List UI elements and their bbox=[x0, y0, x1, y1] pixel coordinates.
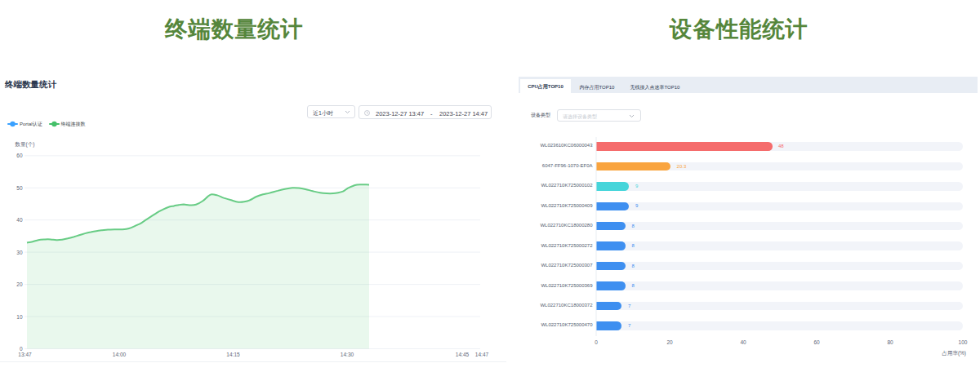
svg-text:14:47: 14:47 bbox=[475, 352, 489, 357]
svg-text:60: 60 bbox=[16, 153, 23, 158]
svg-text:占用率(%): 占用率(%) bbox=[942, 350, 966, 356]
svg-text:20: 20 bbox=[666, 339, 673, 345]
svg-text:13:47: 13:47 bbox=[18, 352, 32, 357]
svg-text:40: 40 bbox=[740, 339, 746, 345]
svg-text:40: 40 bbox=[16, 217, 23, 223]
svg-text:终端连接数: 终端连接数 bbox=[61, 121, 86, 127]
svg-text:Portal认证: Portal认证 bbox=[20, 122, 42, 126]
svg-text:14:00: 14:00 bbox=[113, 352, 127, 357]
svg-text:100: 100 bbox=[959, 339, 968, 345]
svg-text:0: 0 bbox=[595, 339, 598, 345]
svg-text:30: 30 bbox=[16, 250, 23, 255]
svg-text:14:45: 14:45 bbox=[456, 352, 470, 357]
svg-text:数量(个): 数量(个) bbox=[15, 141, 35, 148]
svg-text:60: 60 bbox=[813, 339, 820, 345]
svg-text:20: 20 bbox=[16, 281, 23, 287]
svg-text:0: 0 bbox=[20, 346, 23, 352]
svg-text:50: 50 bbox=[16, 185, 23, 191]
svg-text:80: 80 bbox=[887, 339, 893, 345]
svg-text:10: 10 bbox=[16, 314, 23, 320]
svg-text:14:30: 14:30 bbox=[341, 352, 354, 357]
svg-text:14:15: 14:15 bbox=[226, 352, 240, 357]
